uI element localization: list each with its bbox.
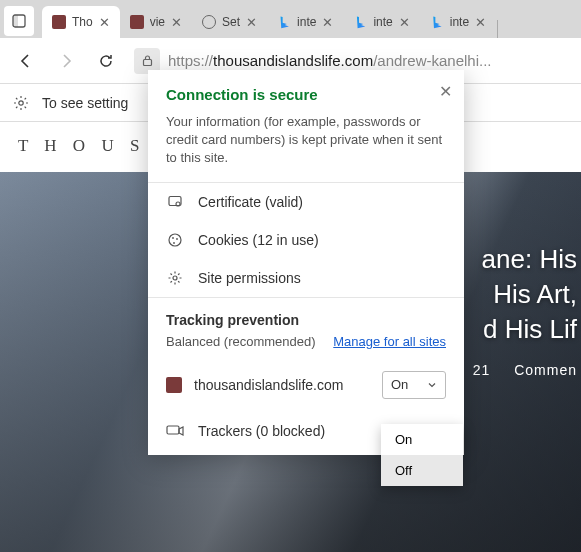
select-value: On [391,377,408,392]
favicon-icon [130,15,144,29]
hero-date: 21 [473,362,491,378]
close-tab-icon[interactable]: ✕ [171,15,182,30]
svg-rect-11 [167,426,179,434]
manage-all-link[interactable]: Manage for all sites [333,334,446,349]
chevron-down-icon [427,380,437,390]
hero-comments[interactable]: Commen [514,362,577,378]
site-label: thousandislandslife.com [194,377,343,393]
bing-icon [353,15,367,29]
tab-label: Set [222,15,240,29]
tab-label: Tho [72,15,93,29]
certificate-label: Certificate (valid) [198,194,303,210]
gear-icon [166,269,184,287]
url-text: https://thousandislandslife.com/andrew-k… [168,52,492,69]
certificate-icon [166,193,184,211]
cookies-row[interactable]: Cookies (12 in use) [148,221,464,259]
option-on[interactable]: On [381,424,463,455]
close-tab-icon[interactable]: ✕ [246,15,257,30]
close-tab-icon[interactable]: ✕ [399,15,410,30]
favicon-icon [52,15,66,29]
close-tab-icon[interactable]: ✕ [475,15,486,30]
permissions-label: Site permissions [198,270,301,286]
svg-rect-2 [143,60,151,66]
svg-rect-4 [169,196,181,205]
info-bar-text: To see setting [42,95,128,111]
tab-divider [497,20,498,38]
close-icon[interactable]: ✕ [439,82,452,101]
forward-button [48,43,84,79]
url-host: thousandislandslife.com [213,52,373,69]
tab-3[interactable]: inte ✕ [267,6,343,38]
svg-point-8 [176,238,178,240]
hero-title-line: ane: His [482,242,577,277]
trackers-icon [166,424,184,438]
trackers-label: Trackers (0 blocked) [198,423,325,439]
url-scheme: https:// [168,52,213,69]
refresh-button[interactable] [88,43,124,79]
close-tab-icon[interactable]: ✕ [322,15,333,30]
tab-5[interactable]: inte ✕ [420,6,496,38]
cookie-icon [166,231,184,249]
gear-icon [12,94,30,112]
tab-0[interactable]: Tho ✕ [42,6,120,38]
site-row: thousandislandslife.com On [148,361,464,413]
security-popover: ✕ Connection is secure Your information … [148,70,464,455]
tab-label: inte [373,15,392,29]
svg-point-3 [19,100,23,104]
url-path: /andrew-kanelhi... [373,52,491,69]
certificate-row[interactable]: Certificate (valid) [148,183,464,221]
popover-desc: Your information (for example, passwords… [166,113,446,168]
cookies-label: Cookies (12 in use) [198,232,319,248]
option-off[interactable]: Off [381,455,463,486]
tab-2[interactable]: Set ✕ [192,6,267,38]
bing-icon [430,15,444,29]
tab-label: vie [150,15,165,29]
tracking-title: Tracking prevention [148,298,464,332]
permissions-row[interactable]: Site permissions [148,259,464,297]
tab-4[interactable]: inte ✕ [343,6,419,38]
tracking-sub: Balanced (recommended) [166,334,316,349]
svg-point-6 [169,234,181,246]
hero-title-line: d His Lif [482,312,577,347]
tracking-select[interactable]: On [382,371,446,399]
svg-point-9 [173,242,175,244]
tab-label: inte [297,15,316,29]
tab-label: inte [450,15,469,29]
tracking-select-dropdown: On Off [381,424,463,486]
favicon-icon [166,377,182,393]
gear-icon [202,15,216,29]
svg-point-10 [173,276,177,280]
close-tab-icon[interactable]: ✕ [99,15,110,30]
app-menu-icon[interactable] [4,6,34,36]
hero-title: ane: His His Art, d His Lif [482,242,577,347]
tab-1[interactable]: vie ✕ [120,6,192,38]
tab-strip: Tho ✕ vie ✕ Set ✕ inte ✕ inte ✕ inte ✕ [0,0,581,38]
hero-title-line: His Art, [482,277,577,312]
bing-icon [277,15,291,29]
back-button[interactable] [8,43,44,79]
popover-title: Connection is secure [166,86,446,103]
svg-rect-1 [13,15,18,27]
svg-point-7 [172,237,174,239]
